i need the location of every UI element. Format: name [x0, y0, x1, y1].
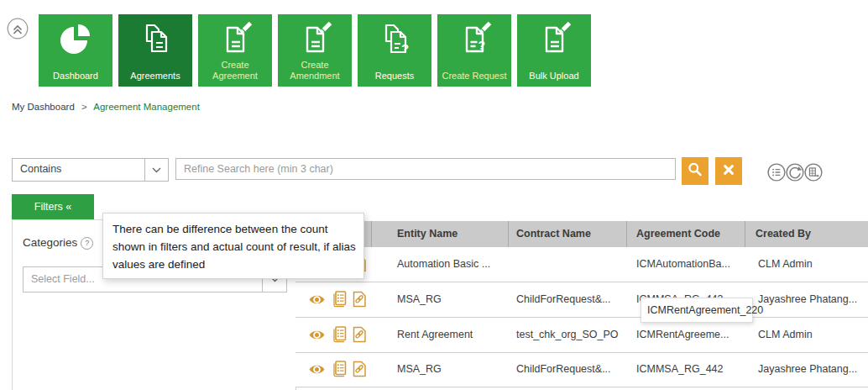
results-table-header: Entity Name Contract Name Agreement Code…: [295, 221, 868, 247]
help-icon[interactable]: ?: [81, 237, 93, 250]
cell-created-by: CLM Admin: [758, 258, 813, 270]
table-row: Rent Agreement test_chk_org_SO_PO ICMRen…: [295, 318, 868, 353]
column-header-created-by[interactable]: Created By: [756, 221, 811, 247]
toolbar-button-label: Bulk Upload: [519, 71, 589, 82]
clear-search-button[interactable]: [715, 157, 742, 185]
documents-icon: [136, 19, 175, 61]
search-icon: [684, 159, 706, 184]
toolbar-button-agreements[interactable]: Agreements: [118, 14, 192, 87]
categories-section-label: Categories?: [23, 236, 93, 250]
cell-contract-name: ChildForRequest&...: [516, 293, 611, 305]
toolbar-button-label: Dashboard: [40, 71, 111, 82]
document-edit-icon: [216, 19, 254, 61]
toolbar-button-label: Agreements: [120, 71, 191, 82]
cell-entity-name: MSA_RG: [397, 363, 442, 375]
search-operator-select[interactable]: Contains: [12, 158, 169, 182]
svg-text:?: ?: [401, 41, 409, 55]
pie-chart-icon: [56, 19, 95, 61]
cell-agreement-code: ICMAutomationBa...: [636, 258, 730, 270]
double-chevron-up-icon: [7, 28, 29, 42]
breadcrumb-separator: >: [81, 102, 87, 112]
collapse-toolbar-button[interactable]: [7, 18, 29, 40]
toolbar-button-label: Requests: [359, 71, 430, 82]
collapse-left-icon: «: [65, 201, 71, 213]
cell-entity-name: MSA_RG: [397, 293, 442, 305]
toolbar-button-create-agreement[interactable]: Create Agreement: [198, 14, 272, 87]
refine-search-input[interactable]: [175, 158, 676, 180]
search-operator-value: Contains: [20, 163, 61, 175]
filters-toggle-label: Filters: [34, 201, 63, 213]
refresh-button[interactable]: [786, 163, 804, 182]
cell-contract-name: test_chk_org_SO_PO: [516, 329, 619, 340]
column-header-entity-name[interactable]: Entity Name: [397, 221, 458, 247]
document-list-icon[interactable]: [332, 361, 347, 381]
cell-created-by: Jayashree Phatang...: [758, 293, 857, 305]
filter-panel-left-border: [12, 219, 13, 390]
table-row: MSA_RG ChildForRequest&... ICMMSA_RG_443…: [295, 282, 868, 318]
cell-agreement-code: ICMMSA_RG_442: [636, 363, 724, 375]
search-button[interactable]: [682, 157, 709, 185]
toolbar-button-label: Create Request: [439, 71, 510, 82]
documents-question-icon: ?: [375, 19, 414, 61]
agreement-management-screen: Dashboard Agreements Create Agreement: [0, 0, 868, 390]
document-edit-icon: [295, 19, 334, 61]
cell-created-by: Jayashree Phatang...: [758, 363, 857, 375]
document-link-icon[interactable]: [352, 291, 367, 311]
column-header-agreement-code[interactable]: Agreement Code: [636, 221, 720, 247]
view-eye-icon[interactable]: [308, 329, 326, 345]
document-edit-question-icon: ?: [455, 19, 494, 61]
cell-entity-name: Automation Basic ...: [397, 258, 490, 270]
document-list-icon[interactable]: [332, 291, 347, 311]
select-field-placeholder: Select Field...: [31, 273, 95, 285]
toolbar-button-label: Create Amendment: [280, 60, 350, 82]
table-row: Automation Basic ... ICMAutomationBa... …: [295, 247, 868, 282]
export-excel-icon: [804, 170, 823, 184]
view-eye-icon[interactable]: [308, 293, 326, 309]
toolbar-button-bulk-upload[interactable]: Bulk Upload: [517, 14, 591, 87]
toolbar-button-label: Create Agreement: [200, 60, 270, 82]
table-row: MSA_RG ChildForRequest&... ICMMSA_RG_442…: [295, 353, 868, 387]
document-edit-icon: [535, 19, 573, 61]
chevron-down-icon: [144, 159, 168, 181]
toolbar-button-requests[interactable]: ? Requests: [358, 14, 431, 87]
list-view-button[interactable]: [767, 163, 786, 182]
document-link-icon[interactable]: [352, 326, 367, 346]
toolbar-button-dashboard[interactable]: Dashboard: [39, 14, 112, 87]
agreement-code-tooltip: ICMRentAgreement_220: [641, 298, 753, 323]
cell-agreement-code[interactable]: ICMRentAgreeme...: [636, 329, 729, 340]
column-header-contract-name[interactable]: Contract Name: [516, 221, 591, 247]
cell-entity-name: Rent Agreement: [397, 329, 473, 340]
cell-contract-name: ChildForRequest&...: [516, 363, 611, 375]
export-excel-button[interactable]: [804, 163, 823, 182]
toolbar-button-create-request[interactable]: ? Create Request: [437, 14, 511, 87]
document-link-icon[interactable]: [352, 361, 367, 381]
filter-count-tooltip: There can be difference between the coun…: [102, 213, 364, 279]
cell-created-by: CLM Admin: [758, 329, 813, 340]
breadcrumb-agreement-management[interactable]: Agreement Management: [93, 102, 200, 112]
refresh-icon: [786, 170, 804, 184]
svg-text:?: ?: [478, 39, 486, 52]
view-eye-icon[interactable]: [308, 363, 326, 379]
breadcrumb-my-dashboard[interactable]: My Dashboard: [12, 102, 75, 112]
document-list-icon[interactable]: [332, 326, 347, 346]
filters-toggle-button[interactable]: Filters «: [12, 194, 94, 219]
list-view-icon: [767, 170, 786, 184]
toolbar-button-create-amendment[interactable]: Create Amendment: [278, 14, 352, 87]
close-icon: [719, 160, 739, 183]
breadcrumb: My Dashboard > Agreement Management: [12, 102, 200, 112]
